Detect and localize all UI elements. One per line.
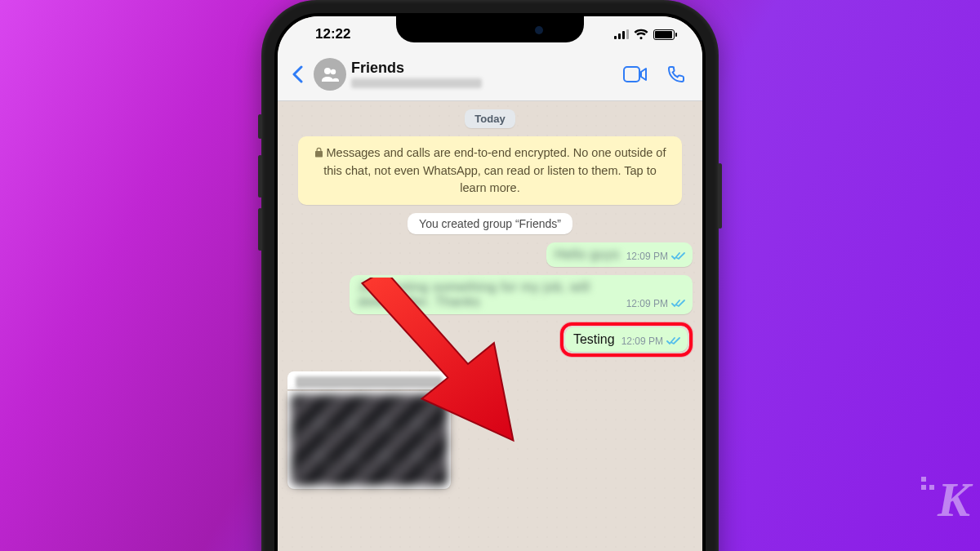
battery-icon xyxy=(653,29,675,40)
read-receipt-icon xyxy=(666,336,681,346)
message-row: Testing 12:09 PM xyxy=(287,322,693,357)
svg-point-0 xyxy=(324,68,331,74)
watermark: K xyxy=(938,472,969,528)
voice-call-button[interactable] xyxy=(658,58,694,91)
highlight-callout: Testing 12:09 PM xyxy=(560,322,693,357)
status-time: 12:22 xyxy=(315,26,350,42)
sender-name-redacted xyxy=(287,371,451,389)
message-row: Hello guys 12:09 PM xyxy=(287,242,693,267)
message-row: Just testing something for my job, will … xyxy=(287,275,693,314)
read-receipt-icon xyxy=(671,251,686,261)
read-receipt-icon xyxy=(671,299,686,309)
chat-subtitle-redacted xyxy=(351,78,482,88)
phone-frame: 12:22 xyxy=(261,0,719,551)
phone-screen: 12:22 xyxy=(278,16,702,551)
message-time: 12:09 PM xyxy=(621,335,663,347)
svg-rect-2 xyxy=(624,67,639,82)
notch xyxy=(396,16,584,42)
outgoing-message[interactable]: Hello guys 12:09 PM xyxy=(546,242,693,267)
chat-header: Friends xyxy=(278,52,702,101)
volume-down-button xyxy=(258,208,262,251)
volume-up-button xyxy=(258,155,262,198)
message-text: Testing xyxy=(573,332,615,347)
date-separator: Today xyxy=(465,109,514,128)
image-attachment-redacted xyxy=(287,391,451,489)
chat-messages[interactable]: Today Messages and calls are end-to-end … xyxy=(278,101,702,551)
status-icons xyxy=(614,29,675,40)
system-message: You created group “Friends” xyxy=(408,213,572,234)
wifi-icon xyxy=(634,29,648,40)
outgoing-message[interactable]: Just testing something for my job, will … xyxy=(350,275,693,314)
back-button[interactable] xyxy=(286,60,309,89)
outgoing-message[interactable]: Testing 12:09 PM xyxy=(565,327,688,352)
cellular-signal-icon xyxy=(614,29,629,39)
incoming-message-redacted[interactable] xyxy=(287,371,451,489)
lock-icon xyxy=(314,145,323,162)
encryption-text: Messages and calls are end-to-end encryp… xyxy=(323,146,666,194)
message-text-redacted: Just testing something for my job, will … xyxy=(358,280,620,309)
message-text-redacted: Hello guys xyxy=(555,247,620,262)
message-time: 12:09 PM xyxy=(626,298,668,309)
mute-switch xyxy=(258,114,262,139)
chat-title-area[interactable]: Friends xyxy=(351,60,612,88)
group-avatar[interactable] xyxy=(314,58,346,91)
svg-point-1 xyxy=(331,69,336,73)
message-time: 12:09 PM xyxy=(626,251,668,262)
chat-title: Friends xyxy=(351,60,612,77)
encryption-notice[interactable]: Messages and calls are end-to-end encryp… xyxy=(298,136,682,205)
power-button xyxy=(718,163,722,229)
video-call-button[interactable] xyxy=(617,58,653,91)
